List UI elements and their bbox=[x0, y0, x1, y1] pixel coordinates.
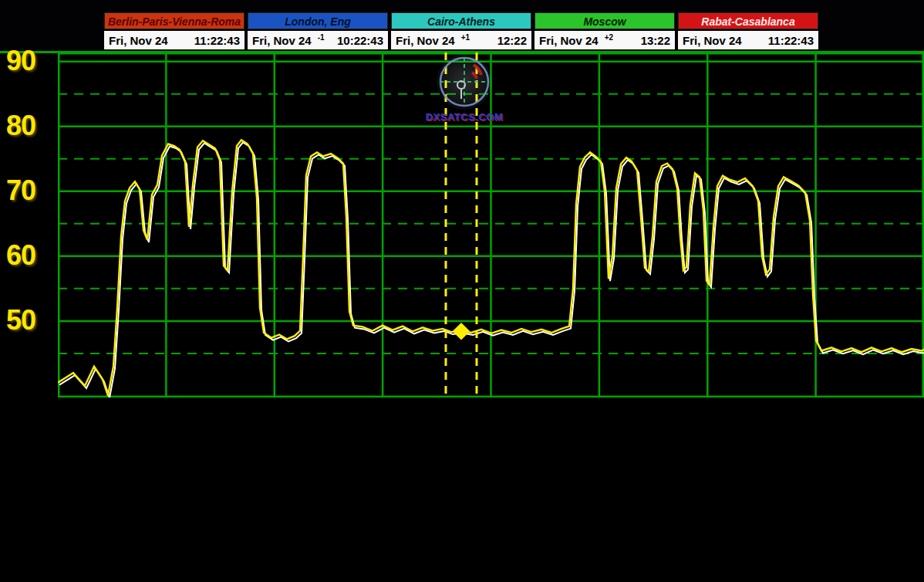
watermark-text: DXSATCS.COM bbox=[423, 111, 506, 123]
timezone-date: Fri, Nov 24 bbox=[683, 34, 742, 47]
timezone-bar: Berlin-Paris-Vienna-Roma Fri, Nov 24 11:… bbox=[0, 0, 924, 51]
timezone-datetime: Fri, Nov 24 11:22:43 bbox=[678, 31, 818, 49]
timezone-column-rabat: Rabat-Casablanca Fri, Nov 24 11:22:43 bbox=[678, 12, 818, 51]
y-axis-label-60: 60 bbox=[6, 239, 56, 272]
y-axis-label-90: 90 bbox=[6, 45, 56, 77]
timezone-time: 10:22:43 bbox=[337, 34, 383, 47]
watermark-logo-icon bbox=[437, 54, 492, 110]
timezone-date: Fri, Nov 24 bbox=[109, 34, 168, 47]
timezone-offset: +2 bbox=[605, 33, 613, 42]
timezone-offset: +1 bbox=[461, 33, 470, 42]
timezone-time: 11:22:43 bbox=[768, 34, 814, 47]
y-axis-label-70: 70 bbox=[6, 174, 56, 207]
timezone-column-berlin: Berlin-Paris-Vienna-Roma Fri, Nov 24 11:… bbox=[104, 12, 244, 51]
timezone-column-cairo: Cairo-Athens Fri, Nov 24 +1 12:22 bbox=[391, 12, 531, 51]
timezone-datetime: Fri, Nov 24 +2 13:22 bbox=[535, 31, 675, 49]
timezone-city: Berlin-Paris-Vienna-Roma bbox=[104, 12, 244, 29]
timezone-date: Fri, Nov 24 bbox=[539, 34, 599, 47]
timezone-column-london: London, Eng Fri, Nov 24 -1 10:22:43 bbox=[248, 12, 388, 51]
timezone-city: London, Eng bbox=[248, 12, 388, 29]
timezone-time: 13:22 bbox=[641, 34, 670, 47]
timezone-datetime: Fri, Nov 24 -1 10:22:43 bbox=[248, 31, 388, 49]
frequency-marker-diamond bbox=[453, 323, 470, 340]
timezone-city: Cairo-Athens bbox=[391, 12, 531, 29]
readout-panel: ✓ Pwr 59.2 dBμV ✕ C/N 1.0 dB 11321.0 MHz… bbox=[0, 400, 924, 582]
timezone-datetime: Fri, Nov 24 +1 12:22 bbox=[391, 31, 531, 49]
y-axis-label-50: 50 bbox=[6, 304, 56, 337]
timezone-time: 12:22 bbox=[497, 34, 527, 47]
timezone-date: Fri, Nov 24 bbox=[252, 34, 312, 47]
watermark: DXSATCS.COM bbox=[423, 54, 506, 123]
y-axis-label-80: 80 bbox=[6, 110, 56, 142]
timezone-offset: -1 bbox=[318, 33, 325, 42]
timezone-city: Moscow bbox=[535, 12, 675, 29]
timezone-city: Rabat-Casablanca bbox=[678, 12, 818, 29]
timezone-time: 11:22:43 bbox=[194, 34, 240, 47]
timezone-date: Fri, Nov 24 bbox=[396, 34, 455, 47]
timezone-datetime: Fri, Nov 24 11:22:43 bbox=[104, 31, 244, 49]
timezone-column-moscow: Moscow Fri, Nov 24 +2 13:22 bbox=[535, 12, 675, 51]
